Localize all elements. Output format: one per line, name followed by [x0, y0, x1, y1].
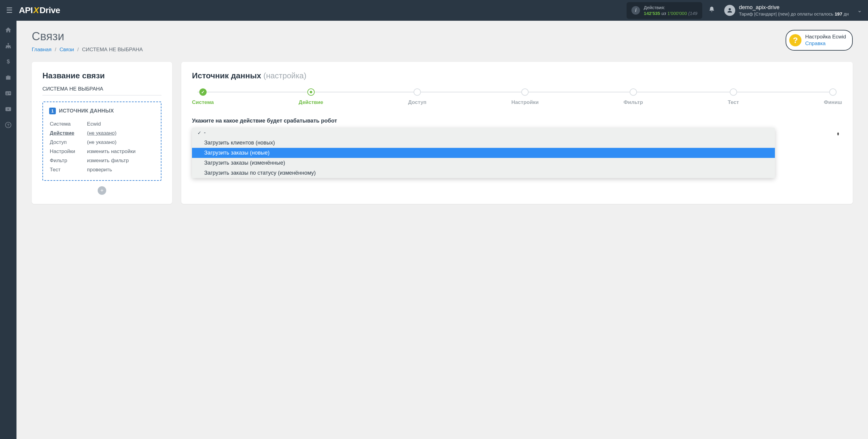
- data-source-title: Источник данных (настройка): [192, 71, 842, 80]
- config-row: Настройкиизменить настройки: [50, 147, 154, 156]
- config-row: Тестпроверить: [50, 166, 154, 174]
- step-circle-icon: [521, 89, 529, 96]
- wizard-step[interactable]: Доступ: [408, 89, 426, 105]
- wizard-step[interactable]: Тест: [728, 89, 739, 105]
- wizard-step[interactable]: Действие: [299, 89, 323, 105]
- wizard-step[interactable]: Система: [192, 89, 214, 105]
- config-row-value: изменить настройки: [87, 147, 154, 156]
- config-row: Доступ(не указано): [50, 138, 154, 147]
- actions-count: 142'535: [644, 11, 660, 16]
- wizard-step[interactable]: Настройки: [511, 89, 539, 105]
- avatar-icon: [724, 5, 735, 16]
- config-row: СистемаEcwid: [50, 120, 154, 128]
- wizard-stepper: СистемаДействиеДоступНастройкиФильтрТест…: [192, 89, 842, 105]
- svg-rect-3: [10, 47, 11, 48]
- actions-paren: (149: [688, 11, 698, 16]
- source-box-title: ИСТОЧНИК ДАННЫХ: [59, 108, 114, 114]
- sidebar-id-card-icon[interactable]: [5, 90, 12, 97]
- config-row-label: Настройки: [50, 147, 86, 156]
- step-circle-icon: [199, 89, 207, 96]
- connection-name-card: Название связи СИСТЕМА НЕ ВЫБРАНА 1 ИСТО…: [32, 62, 172, 204]
- actions-of: из: [661, 11, 666, 16]
- config-row-label: Действие: [50, 129, 86, 137]
- config-row-label: Фильтр: [50, 157, 86, 165]
- help-link[interactable]: Справка: [805, 40, 846, 47]
- user-name: demo_apix-drive: [739, 4, 849, 11]
- bell-icon[interactable]: [708, 6, 715, 14]
- config-row-value[interactable]: Ecwid: [87, 120, 154, 128]
- config-row: Действие(не указано): [50, 129, 154, 137]
- step-circle-icon: [829, 89, 837, 96]
- select-chevron-icon: ▲▼: [837, 132, 840, 136]
- step-label: Действие: [299, 99, 323, 105]
- wizard-step[interactable]: Финиш: [824, 89, 842, 105]
- svg-text:?: ?: [7, 123, 9, 128]
- connection-name-title: Название связи: [42, 71, 161, 80]
- actions-total: 1'000'000: [668, 11, 687, 16]
- actions-label: Действия:: [644, 5, 698, 11]
- step-circle-icon: [730, 89, 737, 96]
- breadcrumb-home[interactable]: Главная: [32, 47, 52, 53]
- user-menu[interactable]: demo_apix-drive Тариф |Стандарт| (new) д…: [724, 4, 862, 17]
- app-header: ☰ APIXDrive i Действия: 142'535 из 1'000…: [0, 0, 868, 21]
- wizard-step[interactable]: Фильтр: [623, 89, 643, 105]
- config-row-value: изменить фильтр: [87, 157, 154, 165]
- connection-name-subtitle: СИСТЕМА НЕ ВЫБРАНА: [42, 86, 161, 95]
- actions-counter-pill[interactable]: i Действия: 142'535 из 1'000'000 (149: [627, 2, 702, 19]
- config-row-label: Система: [50, 120, 86, 128]
- dropdown-option[interactable]: Загрузить клиентов (новых): [192, 138, 775, 148]
- help-pill[interactable]: ? Настройка Ecwid Справка: [785, 30, 853, 50]
- config-row-value[interactable]: (не указано): [87, 138, 154, 147]
- breadcrumb-links[interactable]: Связи: [60, 47, 74, 53]
- sidebar-home-icon[interactable]: [5, 26, 12, 34]
- step-label: Настройки: [511, 99, 539, 105]
- dropdown-option[interactable]: Загрузить заказы (новые): [192, 148, 775, 158]
- logo-text-drive: Drive: [39, 5, 60, 15]
- actions-text: Действия: 142'535 из 1'000'000 (149: [644, 5, 698, 16]
- sidebar-video-icon[interactable]: [5, 105, 12, 113]
- dropdown-option[interactable]: Загрузить заказы по статусу (изменённому…: [192, 168, 775, 178]
- step-label: Финиш: [824, 99, 842, 105]
- dropdown-option[interactable]: Загрузить заказы (изменённые): [192, 158, 775, 168]
- sidebar-dollar-icon[interactable]: $: [5, 58, 12, 65]
- source-box-number: 1: [49, 108, 56, 114]
- config-row-value: проверить: [87, 166, 154, 174]
- breadcrumb: Главная / Связи / СИСТЕМА НЕ ВЫБРАНА: [32, 47, 143, 53]
- hamburger-menu-icon[interactable]: ☰: [6, 6, 13, 14]
- svg-rect-2: [8, 47, 9, 48]
- sidebar: $ ?: [0, 21, 17, 439]
- info-icon: i: [631, 6, 640, 14]
- config-row: Фильтризменить фильтр: [50, 157, 154, 165]
- step-label: Доступ: [408, 99, 426, 105]
- config-row-label: Доступ: [50, 138, 86, 147]
- action-dropdown[interactable]: -Загрузить клиентов (новых)Загрузить зак…: [192, 128, 842, 178]
- breadcrumb-current: СИСТЕМА НЕ ВЫБРАНА: [82, 47, 143, 53]
- source-config-box: 1 ИСТОЧНИК ДАННЫХ СистемаEcwidДействие(н…: [42, 102, 161, 181]
- svg-rect-7: [8, 92, 10, 93]
- sidebar-sitemap-icon[interactable]: [5, 42, 12, 49]
- logo-text-x: X: [33, 5, 39, 15]
- dropdown-option[interactable]: -: [192, 128, 775, 138]
- user-tariff: Тариф |Стандарт| (new) до оплаты осталос…: [739, 11, 849, 17]
- action-field-label: Укажите на какое действие будет срабатыв…: [192, 118, 842, 124]
- page-title: Связи: [32, 30, 143, 43]
- sidebar-briefcase-icon[interactable]: [5, 74, 12, 81]
- step-circle-icon: [307, 89, 315, 96]
- step-label: Тест: [728, 99, 739, 105]
- sidebar-help-icon[interactable]: ?: [5, 121, 12, 129]
- config-row-value[interactable]: (не указано): [87, 129, 154, 137]
- step-label: Фильтр: [623, 99, 643, 105]
- svg-rect-0: [8, 43, 9, 44]
- svg-point-6: [7, 92, 8, 94]
- config-row-label: Тест: [50, 166, 86, 174]
- help-question-icon: ?: [789, 34, 802, 46]
- step-label: Система: [192, 99, 214, 105]
- svg-rect-1: [6, 47, 7, 48]
- user-text: demo_apix-drive Тариф |Стандарт| (new) д…: [739, 4, 849, 17]
- logo-text-api: API: [19, 5, 33, 15]
- add-step-button[interactable]: +: [98, 186, 106, 195]
- step-circle-icon: [413, 89, 421, 96]
- step-circle-icon: [630, 89, 637, 96]
- data-source-card: Источник данных (настройка) СистемаДейст…: [181, 62, 853, 204]
- app-logo[interactable]: APIXDrive: [19, 5, 60, 15]
